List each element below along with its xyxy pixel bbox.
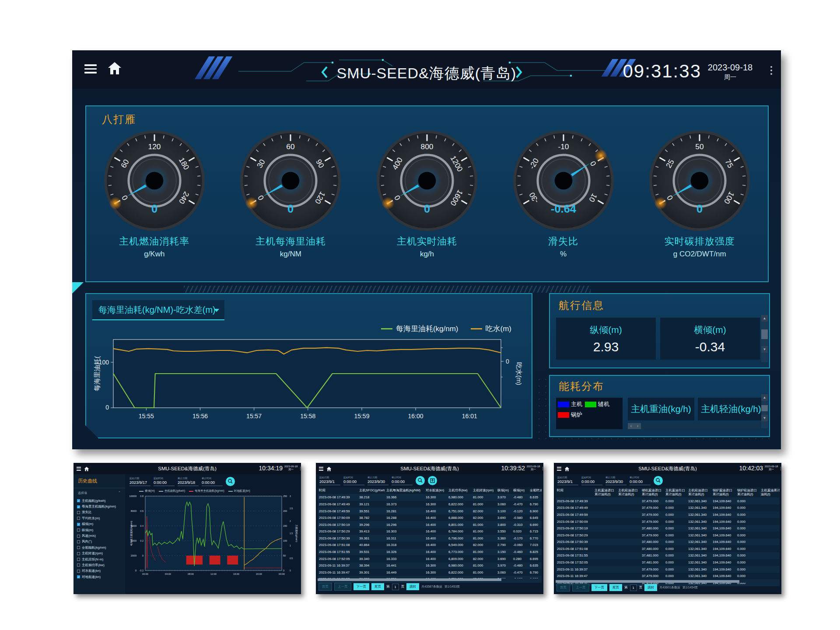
date-control[interactable]: 起始时间0:00:00 bbox=[581, 476, 602, 485]
date-control[interactable]: 截止时间0:00:00 bbox=[202, 477, 223, 486]
table-row[interactable]: 2023-09-11 16:39:4737,479.0000.000132,06… bbox=[556, 573, 780, 580]
table-row[interactable]: 2023-09-11 16:39:3737,479.0000.000132,06… bbox=[556, 566, 780, 573]
page-number-input[interactable]: 1 bbox=[630, 584, 637, 591]
table-row[interactable]: 2023-09-08 17:50:3939.36116.31116.4006,7… bbox=[318, 535, 542, 542]
page-button[interactable]: 上一页 bbox=[572, 584, 589, 592]
date-control[interactable]: 起始日期2023/9/17 bbox=[130, 477, 150, 486]
table-row[interactable]: 2023-09-08 17:50:1937,480.0000.000132,06… bbox=[556, 525, 780, 532]
page-button[interactable]: 上一页 bbox=[334, 583, 351, 591]
checkbox[interactable] bbox=[77, 570, 80, 573]
table-row[interactable]: 2023-09-08 17:51:5537,481.0000.000132,06… bbox=[556, 552, 780, 559]
checkbox[interactable]: ✓ bbox=[77, 505, 80, 508]
horizontal-scrollbar[interactable]: ‹ › bbox=[628, 423, 760, 429]
kebab-menu-icon[interactable] bbox=[780, 467, 781, 471]
scroll-thumb[interactable] bbox=[761, 405, 768, 411]
date-control[interactable]: 起始时间0:00:00 bbox=[154, 477, 175, 486]
table-row[interactable]: 2023-09-08 17:50:2939.41316.30316.4006,7… bbox=[318, 528, 542, 535]
date-control[interactable]: 截止日期2023/9/30 bbox=[368, 476, 388, 485]
table-row[interactable]: 2023-09-08 17:49:3938.21816.36616.3006,9… bbox=[318, 494, 542, 501]
horizontal-scrollbar[interactable] bbox=[556, 580, 780, 583]
checkbox-item[interactable]: ✓每海里主机能耗(kg/nm) bbox=[74, 504, 125, 509]
checkbox-item[interactable]: 滑失比 bbox=[74, 510, 125, 515]
page-button[interactable]: 尾页 bbox=[609, 584, 622, 591]
data-table-window-2[interactable]: SMU-SEED&海德威(青岛) 10:42:03 2023-09-18周一 起… bbox=[554, 463, 781, 594]
scroll-down-icon[interactable]: ▼ bbox=[761, 415, 768, 421]
search-button[interactable] bbox=[416, 476, 425, 485]
legend-item[interactable]: 主机能耗(g/kwh) bbox=[159, 489, 185, 493]
checkbox[interactable]: ✓ bbox=[77, 499, 80, 502]
jump-button[interactable]: 跳转 bbox=[406, 583, 419, 590]
legend-item[interactable]: 每海里主机能耗(kg/nm) bbox=[189, 489, 224, 493]
vertical-scrollbar[interactable]: ▲ ▼ bbox=[761, 315, 768, 362]
page-button[interactable]: 首页 bbox=[318, 583, 332, 591]
checkbox-item[interactable]: 对水航速(kn) bbox=[74, 568, 125, 574]
table-row[interactable]: 2023-09-08 17:49:3937,479.0000.000132,06… bbox=[556, 497, 780, 504]
checkbox[interactable]: ✓ bbox=[77, 575, 80, 578]
table-row[interactable]: 2023-09-08 17:52:0537,481.0000.000132,06… bbox=[556, 559, 780, 566]
checkbox-item[interactable]: 风向(°) bbox=[74, 539, 125, 545]
legend-item[interactable]: 每海里油耗(kg/nm) bbox=[381, 324, 458, 334]
checkbox[interactable] bbox=[77, 546, 80, 549]
checkbox-item[interactable]: ✓对地航速(kn) bbox=[74, 574, 125, 580]
checkbox-item[interactable]: ✓主机能耗(g/kwh) bbox=[74, 498, 125, 504]
scroll-down-icon[interactable]: ▼ bbox=[761, 346, 768, 353]
table-row[interactable]: 2023-09-08 17:49:5937,479.0000.000132,06… bbox=[556, 511, 780, 518]
table-row[interactable]: 2023-09-08 17:50:0938.78216.28816.4006,8… bbox=[318, 514, 542, 522]
scroll-up-icon[interactable]: ▲ bbox=[761, 394, 768, 401]
date-control[interactable]: 起始日期2023/9/1 bbox=[319, 476, 340, 485]
export-button[interactable] bbox=[428, 476, 437, 485]
horizontal-scrollbar[interactable] bbox=[318, 578, 542, 581]
table-row[interactable]: 2023-09-08 17:50:1939.29616.29616.4006,8… bbox=[318, 521, 542, 528]
scroll-up-icon[interactable]: ▲ bbox=[761, 315, 768, 322]
date-control[interactable]: 起始日期2023/9/1 bbox=[557, 476, 578, 485]
kebab-menu-icon[interactable] bbox=[770, 66, 772, 77]
table-row[interactable]: 2023-09-08 17:50:0937,479.0000.000132,06… bbox=[556, 518, 780, 525]
date-control[interactable]: 截止时间0:00:00 bbox=[392, 476, 413, 485]
checkbox-item[interactable]: 纵倾(m) bbox=[74, 527, 125, 533]
table-row[interactable]: 2023-09-08 17:50:3937,480.0000.000132,06… bbox=[556, 539, 780, 546]
search-button[interactable] bbox=[654, 476, 663, 485]
checkbox[interactable] bbox=[77, 558, 80, 561]
date-control[interactable]: 截止时间0:00:00 bbox=[630, 476, 651, 485]
date-control[interactable]: 截止日期2023/9/18 bbox=[178, 477, 199, 486]
kebab-menu-icon[interactable] bbox=[542, 467, 543, 471]
checkbox[interactable]: ✓ bbox=[77, 523, 80, 526]
table-row[interactable]: 2023-09-11 16:39:3738.39416.44116.3006,9… bbox=[318, 562, 542, 569]
checkbox[interactable] bbox=[77, 552, 80, 555]
energy-tab-2[interactable]: 主机轻油(kg/h) bbox=[698, 398, 764, 420]
checkbox-item[interactable]: 主机扭矩(N·m) bbox=[74, 556, 125, 562]
data-table-window-1[interactable]: SMU-SEED&海德威(青岛) 10:39:52 2023-09-18周一 起… bbox=[316, 463, 543, 594]
checkbox[interactable] bbox=[77, 511, 80, 514]
jump-button[interactable]: 跳转 bbox=[644, 584, 657, 591]
date-control[interactable]: 起始时间0:00:00 bbox=[343, 476, 364, 485]
page-button[interactable]: 尾页 bbox=[371, 583, 384, 590]
energy-tab-1[interactable]: 主机重油(kg/h) bbox=[628, 398, 694, 420]
checkbox[interactable] bbox=[77, 540, 80, 543]
kebab-menu-icon[interactable] bbox=[300, 467, 301, 471]
table-row[interactable]: 2023-09-08 17:51:5539.53116.32616.4006,7… bbox=[318, 549, 542, 556]
series-dropdown[interactable]: 每海里油耗(kg/NM)-吃水差(m) bbox=[92, 300, 224, 320]
table-row[interactable]: 2023-09-11 16:39:4739.30116.44916.3006,8… bbox=[318, 569, 542, 576]
checkbox[interactable] bbox=[77, 564, 80, 567]
table-row[interactable]: 2023-09-08 17:49:4937,479.0000.000132,06… bbox=[556, 504, 780, 511]
legend-item[interactable]: 横倾(m) bbox=[139, 489, 155, 493]
scroll-left-icon[interactable]: ‹ bbox=[628, 423, 634, 429]
scroll-thumb[interactable] bbox=[761, 329, 768, 339]
page-button[interactable]: 下一页 bbox=[592, 584, 608, 591]
checkbox-item[interactable]: 平均吃水(m) bbox=[74, 515, 125, 521]
vertical-scrollbar[interactable]: ▲ ▼ bbox=[761, 394, 768, 428]
checkbox[interactable] bbox=[77, 517, 80, 520]
checkbox[interactable] bbox=[77, 528, 80, 532]
checkbox-item[interactable]: 全船能耗(kg/nm) bbox=[74, 545, 125, 550]
table-row[interactable]: 2023-09-08 17:51:0840.86416.31816.4006,5… bbox=[318, 542, 542, 549]
table-row[interactable]: 2023-09-08 17:51:0837,480.0000.000132,06… bbox=[556, 545, 780, 552]
legend-item[interactable]: 吃水(m) bbox=[471, 324, 511, 334]
search-button[interactable] bbox=[226, 477, 235, 486]
date-control[interactable]: 截止日期2023/9/30 bbox=[606, 476, 626, 485]
history-curve-window[interactable]: SMU-SEED&海德威(青岛) 10:34:19 2023-09-18周一 历… bbox=[74, 463, 301, 594]
table-row[interactable]: 2023-09-08 17:49:4939.12116.37316.3006,8… bbox=[318, 501, 542, 508]
checkbox-item[interactable]: 主机轴功率(kw) bbox=[74, 562, 125, 568]
legend-item[interactable]: 对地航速(kn) bbox=[228, 489, 250, 493]
page-button[interactable]: 首页 bbox=[556, 584, 570, 592]
checkbox[interactable] bbox=[77, 535, 80, 538]
